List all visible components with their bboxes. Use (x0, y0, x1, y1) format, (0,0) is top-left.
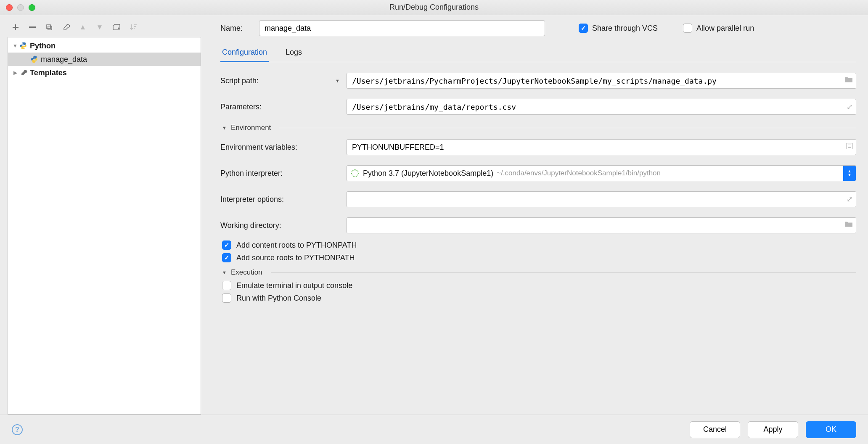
source-roots-checkbox[interactable]: Add source roots to PYTHONPATH (222, 253, 856, 262)
titlebar: Run/Debug Configurations (0, 0, 868, 15)
tree-node-templates[interactable]: ▶ Templates (8, 66, 201, 79)
window-title: Run/Debug Configurations (389, 3, 479, 12)
save-config-icon[interactable] (112, 23, 121, 32)
python-icon (19, 42, 28, 50)
name-input[interactable] (259, 20, 545, 36)
environment-section-header[interactable]: ▼ Environment (222, 124, 856, 132)
tree-node-manage-data[interactable]: manage_data (8, 53, 201, 66)
chevron-down-icon: ▼ (222, 270, 227, 275)
copy-config-icon[interactable] (45, 23, 54, 32)
expand-icon[interactable]: ⤢ (847, 195, 853, 204)
config-tabs: Configuration Logs (220, 44, 856, 62)
checkbox-icon (222, 281, 231, 290)
list-icon[interactable] (846, 143, 853, 152)
checkbox-icon (683, 24, 692, 33)
name-label: Name: (220, 24, 251, 33)
share-vcs-label: Share through VCS (592, 24, 658, 33)
content-roots-checkbox[interactable]: Add content roots to PYTHONPATH (222, 240, 856, 250)
tab-configuration[interactable]: Configuration (220, 44, 269, 62)
interpreter-path: ~/.conda/envs/JupyterNotebookSample1/bin… (497, 169, 661, 177)
interpreter-options-label: Interpreter options: (220, 195, 347, 204)
tree-label: manage_data (41, 55, 87, 64)
edit-config-icon[interactable] (61, 23, 71, 32)
select-arrows-icon: ▲▼ (843, 166, 856, 181)
loading-icon (351, 169, 359, 177)
parameters-label: Parameters: (220, 103, 347, 111)
checkbox-icon (222, 253, 231, 262)
tree-label: Templates (30, 69, 67, 77)
tree-label: Python (30, 42, 56, 50)
checkbox-icon (579, 24, 588, 33)
allow-parallel-checkbox[interactable]: Allow parallel run (683, 24, 754, 33)
tree-node-python[interactable]: ▼ Python (8, 39, 201, 53)
config-tree: ▼ Python manage_data ▶ (8, 37, 201, 415)
env-vars-input[interactable] (347, 139, 856, 155)
folder-icon[interactable] (844, 221, 853, 230)
move-down-icon: ▼ (95, 23, 104, 32)
svg-rect-0 (29, 26, 36, 28)
dialog-footer: ? Cancel Apply OK (0, 415, 868, 444)
interpreter-options-input[interactable] (347, 191, 856, 207)
chevron-down-icon: ▼ (222, 125, 227, 130)
minimize-window-button[interactable] (17, 4, 24, 11)
zoom-window-button[interactable] (29, 4, 35, 11)
close-window-button[interactable] (6, 4, 13, 11)
move-up-icon: ▲ (78, 23, 87, 32)
execution-section-header[interactable]: ▼ Execution (222, 268, 856, 277)
working-directory-input[interactable] (347, 217, 856, 233)
chevron-down-icon: ▼ (335, 78, 340, 83)
checkbox-icon (222, 240, 231, 250)
cancel-button[interactable]: Cancel (690, 421, 740, 438)
script-path-input[interactable] (347, 73, 856, 89)
ok-button[interactable]: OK (806, 421, 856, 438)
python-icon (30, 56, 39, 63)
svg-rect-2 (48, 26, 52, 30)
window-controls (6, 4, 35, 11)
chevron-down-icon: ▼ (11, 43, 19, 49)
interpreter-label: Python interpreter: (220, 169, 347, 178)
configurations-sidebar: ▲ ▼ ▼ Python manage_data (0, 15, 209, 415)
sort-config-icon (129, 23, 138, 32)
interpreter-name: Python 3.7 (JupyterNotebookSample1) (363, 169, 493, 178)
folder-icon[interactable] (844, 77, 853, 85)
env-vars-label: Environment variables: (220, 143, 347, 152)
chevron-right-icon: ▶ (11, 70, 19, 76)
wrench-icon (19, 69, 28, 77)
tab-logs[interactable]: Logs (284, 44, 304, 62)
svg-rect-1 (47, 25, 50, 29)
sidebar-toolbar: ▲ ▼ (8, 20, 201, 37)
interpreter-select[interactable]: Python 3.7 (JupyterNotebookSample1) ~/.c… (347, 165, 856, 181)
run-python-console-checkbox[interactable]: Run with Python Console (222, 293, 856, 303)
share-vcs-checkbox[interactable]: Share through VCS (579, 24, 658, 33)
checkbox-icon (222, 293, 231, 303)
remove-config-icon[interactable] (28, 23, 37, 32)
apply-button[interactable]: Apply (748, 421, 798, 438)
config-form: Name: Share through VCS Allow parallel r… (209, 15, 868, 415)
help-icon[interactable]: ? (12, 424, 23, 435)
parameters-input[interactable] (347, 99, 856, 115)
allow-parallel-label: Allow parallel run (696, 24, 754, 33)
script-path-label[interactable]: Script path: ▼ (220, 77, 347, 85)
expand-icon[interactable]: ⤢ (847, 102, 853, 111)
working-directory-label: Working directory: (220, 221, 347, 230)
add-config-icon[interactable] (11, 23, 20, 32)
emulate-terminal-checkbox[interactable]: Emulate terminal in output console (222, 281, 856, 290)
